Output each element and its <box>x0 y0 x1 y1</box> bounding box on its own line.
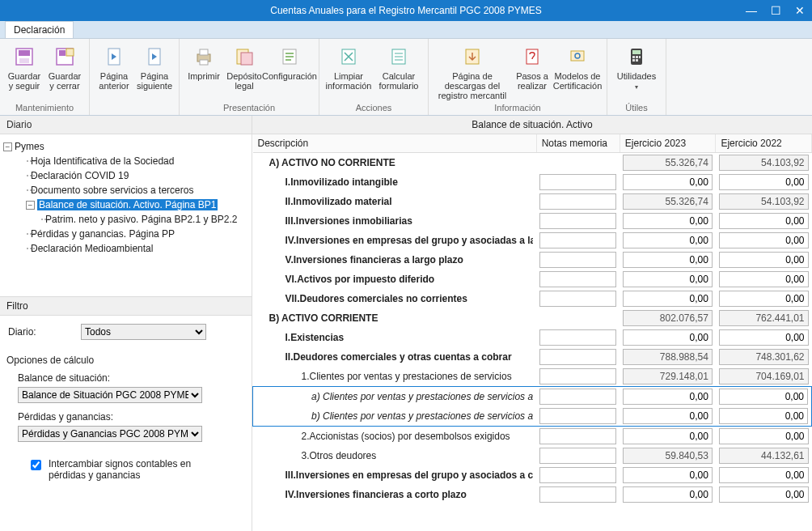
ej2023-input[interactable] <box>623 467 713 483</box>
notas-input[interactable] <box>539 193 616 210</box>
maximize-button[interactable]: ☐ <box>763 0 788 21</box>
tree-item[interactable]: ⋯Documento sobre servicios a terceros <box>3 183 248 198</box>
ej2022-input[interactable] <box>719 389 808 405</box>
ej2022-input[interactable] <box>719 213 809 229</box>
notas-input[interactable] <box>539 213 616 229</box>
row-desc: a) Clientes por ventas y prestaciones de… <box>256 391 533 402</box>
notas-input[interactable] <box>539 368 616 384</box>
guardar-seguir-button[interactable]: Guardar y seguir <box>5 42 44 91</box>
utilidades-button[interactable]: Utilidades▾ <box>612 42 661 92</box>
config-icon <box>278 45 301 68</box>
notas-input[interactable] <box>539 174 616 190</box>
ej2023-input[interactable] <box>623 408 713 424</box>
ribbon-group-paginacion: Página anterior Página siguiente <box>90 39 180 115</box>
notas-input[interactable] <box>539 389 616 405</box>
ribbon-group-presentacion: Imprimir Depósito legal Configuración Pr… <box>180 39 319 115</box>
balance-select[interactable]: Balance de Situación PGC 2008 PYMES <box>18 387 202 403</box>
ej2023-input[interactable] <box>623 389 713 405</box>
table-row: B) ACTIVO CORRIENTE <box>253 308 812 328</box>
ej2022-input[interactable] <box>719 232 809 249</box>
table-row: VII.Deudores comerciales no corrientes <box>253 289 812 308</box>
tree-item[interactable]: ⋯Declaración COVID 19 <box>3 168 248 183</box>
perdidas-select[interactable]: Pérdidas y Ganancias PGC 2008 PYMES <box>18 426 202 442</box>
tree-item[interactable]: ⋯Pérdidas y ganancias. Página PP <box>3 227 248 241</box>
table-row: IV.Inversiones financieras a corto plazo <box>253 485 812 504</box>
notas-input[interactable] <box>539 428 616 444</box>
notas-input[interactable] <box>539 291 616 307</box>
ej2022-input[interactable] <box>719 291 809 307</box>
diario-select[interactable]: Todos <box>81 324 206 340</box>
col-ej2023[interactable]: Ejercicio 2023 <box>620 134 716 153</box>
pg-label: Pérdidas y ganancias: <box>18 411 243 423</box>
descargas-registro-button[interactable]: Página de descargas del registro mercant… <box>433 42 511 100</box>
ej2022-input[interactable] <box>719 408 808 424</box>
pagina-siguiente-button[interactable]: Página siguiente <box>135 42 174 91</box>
deposito-legal-button[interactable]: Depósito legal <box>225 42 264 91</box>
col-ej2022[interactable]: Ejercicio 2022 <box>716 134 812 153</box>
ej2022-input[interactable] <box>719 486 809 503</box>
notas-input[interactable] <box>539 271 616 287</box>
svg-rect-32 <box>636 59 638 62</box>
guardar-cerrar-button[interactable]: Guardar y cerrar <box>45 42 84 91</box>
ej2022-input[interactable] <box>719 271 809 287</box>
ej2022-input[interactable] <box>719 428 809 444</box>
notas-input[interactable] <box>539 232 616 249</box>
configuracion-button[interactable]: Configuración <box>265 42 314 81</box>
ribbon-label: Limpiar información <box>324 71 373 91</box>
tree-diario[interactable]: −Pymes ⋯Hoja Identificativa de la Socied… <box>0 134 252 296</box>
ribbon-label: Página anterior <box>95 71 133 91</box>
pagina-anterior-button[interactable]: Página anterior <box>95 42 133 91</box>
ej2023-input[interactable] <box>623 329 713 346</box>
collapse-icon[interactable]: − <box>26 201 35 210</box>
col-descripcion[interactable]: Descripción <box>253 134 537 153</box>
notas-input[interactable] <box>539 486 616 503</box>
ej2023-input[interactable] <box>623 271 713 287</box>
notas-input[interactable] <box>539 448 616 464</box>
notas-input[interactable] <box>539 408 616 424</box>
opciones-header: Opciones de cálculo <box>0 348 252 367</box>
calcular-formulario-button[interactable]: Calcular formulario <box>374 42 423 91</box>
tree-root[interactable]: −Pymes <box>3 139 248 154</box>
ribbon-label: Utilidades▾ <box>617 71 656 92</box>
notas-input[interactable] <box>539 252 616 268</box>
notas-input[interactable] <box>539 349 616 365</box>
ej2022-input[interactable] <box>719 174 809 190</box>
page-prev-icon <box>103 45 125 68</box>
ej2022-input[interactable] <box>719 252 809 268</box>
pasos-realizar-button[interactable]: Pasos a realizar <box>513 42 552 91</box>
window-title: Cuentas Anuales para el Registro Mercant… <box>270 5 542 16</box>
tree-item-selected[interactable]: −Balance de situación. Activo. Página BP… <box>3 198 248 212</box>
modelos-certificacion-button[interactable]: Modelos de Certificación <box>553 42 602 91</box>
limpiar-informacion-button[interactable]: Limpiar información <box>324 42 373 91</box>
ej2023-input[interactable] <box>623 252 713 268</box>
minimize-button[interactable]: — <box>739 0 763 21</box>
row-desc: 1.Clientes por ventas y prestaciones de … <box>256 371 534 382</box>
tree-item[interactable]: ⋯Declaración Medioambiental <box>3 241 248 256</box>
ej2023-input[interactable] <box>623 174 713 190</box>
ej2023-input[interactable] <box>623 213 713 229</box>
imprimir-button[interactable]: Imprimir <box>184 42 223 81</box>
tab-declaracion[interactable]: Declaración <box>5 21 74 38</box>
ej2023-input[interactable] <box>623 428 713 444</box>
table-row: 2.Accionistas (socios) por desembolsos e… <box>253 427 812 447</box>
row-desc: A) ACTIVO NO CORRIENTE <box>256 157 534 168</box>
notas-input[interactable] <box>539 329 616 346</box>
tree-item[interactable]: ⋯Hoja Identificativa de la Sociedad <box>3 154 248 168</box>
col-notas[interactable]: Notas memoria <box>536 134 620 153</box>
ej2023-input <box>623 310 713 326</box>
ej2023-input[interactable] <box>623 232 713 249</box>
grid-scroll[interactable]: Descripción Notas memoria Ejercicio 2023… <box>252 134 812 531</box>
ej2022-input[interactable] <box>719 329 809 346</box>
ej2023-input[interactable] <box>623 486 713 503</box>
ej2022-input[interactable] <box>719 467 809 483</box>
row-desc: II.Deudores comerciales y otras cuentas … <box>256 351 534 363</box>
notas-input[interactable] <box>539 467 616 483</box>
ribbon-label: Página de descargas del registro mercant… <box>433 71 511 100</box>
ej2023-input <box>623 155 713 171</box>
close-button[interactable]: ✕ <box>788 0 812 21</box>
tree-item[interactable]: ⋯Patrim. neto y pasivo. Página BP2.1 y B… <box>3 212 248 227</box>
chk-intercambiar-signos[interactable] <box>31 460 41 470</box>
ej2023-input[interactable] <box>623 291 713 307</box>
svg-rect-1 <box>19 50 30 56</box>
collapse-icon[interactable]: − <box>3 142 12 151</box>
